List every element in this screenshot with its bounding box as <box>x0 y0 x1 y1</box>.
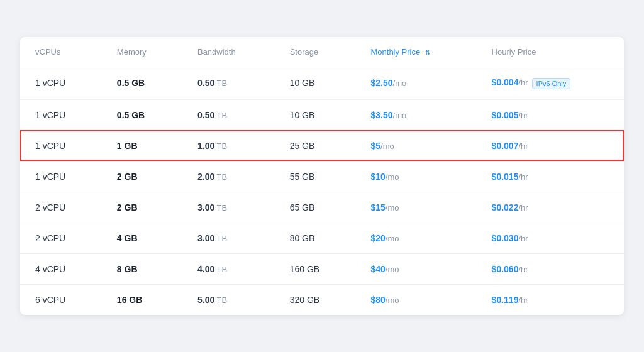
cell-hourly-price: $0.015/hr <box>477 161 624 192</box>
cell-memory: 0.5 GB <box>102 99 182 130</box>
cell-hourly-price: $0.060/hr <box>477 253 624 284</box>
col-monthly-price[interactable]: Monthly Price ⇅ <box>355 37 476 67</box>
cell-storage: 160 GB <box>275 253 356 284</box>
table-row[interactable]: 1 vCPU1 GB1.00 TB25 GB$5/mo$0.007/hr <box>20 130 624 161</box>
table-row[interactable]: 6 vCPU16 GB5.00 TB320 GB$80/mo$0.119/hr <box>20 284 624 315</box>
cell-bandwidth: 4.00 TB <box>182 253 275 284</box>
cell-storage: 10 GB <box>275 67 356 99</box>
cell-hourly-price: $0.004/hrIPv6 Only <box>477 67 624 99</box>
cell-memory: 2 GB <box>102 161 182 192</box>
sort-icon: ⇅ <box>425 49 430 56</box>
cell-bandwidth: 1.00 TB <box>182 130 275 161</box>
cell-vcpus: 2 vCPU <box>20 223 102 253</box>
cell-storage: 80 GB <box>275 223 356 253</box>
cell-storage: 25 GB <box>275 130 356 161</box>
cell-bandwidth: 3.00 TB <box>182 223 275 253</box>
col-storage: Storage <box>275 37 356 67</box>
col-vcpus: vCPUs <box>20 37 102 67</box>
cell-vcpus: 1 vCPU <box>20 99 102 130</box>
table-row[interactable]: 4 vCPU8 GB4.00 TB160 GB$40/mo$0.060/hr <box>20 253 624 284</box>
cell-memory: 16 GB <box>102 284 182 315</box>
table-row[interactable]: 1 vCPU0.5 GB0.50 TB10 GB$3.50/mo$0.005/h… <box>20 99 624 130</box>
cell-monthly-price: $3.50/mo <box>355 99 476 130</box>
cell-memory: 4 GB <box>102 223 182 253</box>
cell-hourly-price: $0.007/hr <box>477 130 624 161</box>
pricing-table-container: vCPUs Memory Bandwidth Storage Monthly P… <box>20 37 624 314</box>
cell-storage: 65 GB <box>275 192 356 223</box>
cell-hourly-price: $0.030/hr <box>477 223 624 253</box>
cell-vcpus: 6 vCPU <box>20 284 102 315</box>
cell-monthly-price: $40/mo <box>355 253 476 284</box>
table-row[interactable]: 1 vCPU0.5 GB0.50 TB10 GB$2.50/mo$0.004/h… <box>20 67 624 99</box>
cell-vcpus: 2 vCPU <box>20 192 102 223</box>
col-memory: Memory <box>102 37 182 67</box>
col-bandwidth: Bandwidth <box>182 37 275 67</box>
ipv6-badge: IPv6 Only <box>532 78 571 89</box>
cell-bandwidth: 5.00 TB <box>182 284 275 315</box>
table-header-row: vCPUs Memory Bandwidth Storage Monthly P… <box>20 37 624 67</box>
cell-memory: 2 GB <box>102 192 182 223</box>
cell-vcpus: 1 vCPU <box>20 130 102 161</box>
cell-vcpus: 1 vCPU <box>20 67 102 99</box>
cell-monthly-price: $80/mo <box>355 284 476 315</box>
cell-hourly-price: $0.005/hr <box>477 99 624 130</box>
pricing-table: vCPUs Memory Bandwidth Storage Monthly P… <box>20 37 624 314</box>
cell-storage: 55 GB <box>275 161 356 192</box>
cell-bandwidth: 2.00 TB <box>182 161 275 192</box>
table-row[interactable]: 1 vCPU2 GB2.00 TB55 GB$10/mo$0.015/hr <box>20 161 624 192</box>
cell-monthly-price: $5/mo <box>355 130 476 161</box>
cell-monthly-price: $20/mo <box>355 223 476 253</box>
cell-monthly-price: $10/mo <box>355 161 476 192</box>
table-row[interactable]: 2 vCPU4 GB3.00 TB80 GB$20/mo$0.030/hr <box>20 223 624 253</box>
cell-bandwidth: 0.50 TB <box>182 99 275 130</box>
cell-hourly-price: $0.022/hr <box>477 192 624 223</box>
cell-monthly-price: $2.50/mo <box>355 67 476 99</box>
cell-bandwidth: 0.50 TB <box>182 67 275 99</box>
cell-monthly-price: $15/mo <box>355 192 476 223</box>
cell-memory: 8 GB <box>102 253 182 284</box>
table-row[interactable]: 2 vCPU2 GB3.00 TB65 GB$15/mo$0.022/hr <box>20 192 624 223</box>
cell-memory: 0.5 GB <box>102 67 182 99</box>
cell-vcpus: 1 vCPU <box>20 161 102 192</box>
col-hourly-price: Hourly Price <box>477 37 624 67</box>
cell-bandwidth: 3.00 TB <box>182 192 275 223</box>
cell-vcpus: 4 vCPU <box>20 253 102 284</box>
cell-hourly-price: $0.119/hr <box>477 284 624 315</box>
cell-storage: 10 GB <box>275 99 356 130</box>
cell-storage: 320 GB <box>275 284 356 315</box>
cell-memory: 1 GB <box>102 130 182 161</box>
